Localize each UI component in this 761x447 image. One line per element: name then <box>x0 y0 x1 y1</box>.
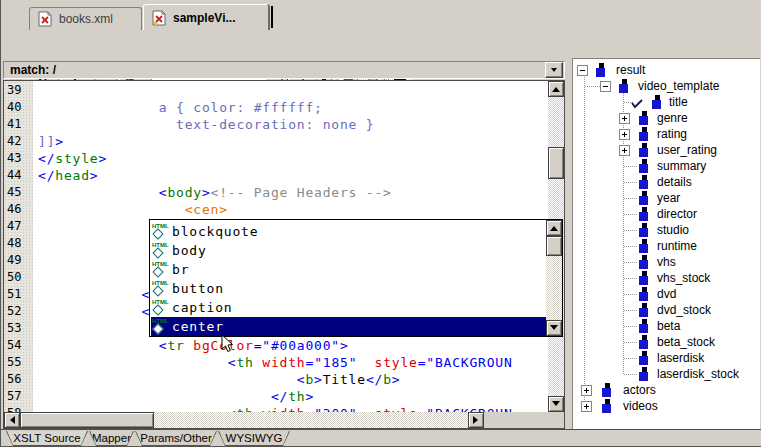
scroll-down-button[interactable] <box>548 396 564 412</box>
popup-item[interactable]: HTML button <box>151 279 546 298</box>
tree-item-label[interactable]: vhs_stock <box>657 271 710 285</box>
tree-item-label[interactable]: dvd_stock <box>657 303 711 317</box>
element-node-icon <box>638 335 650 349</box>
code-line: < <box>38 303 150 320</box>
view-tab[interactable]: Params/Other <box>135 431 217 446</box>
element-node-icon <box>601 399 613 413</box>
tree-item-label[interactable]: video_template <box>638 79 719 93</box>
code-line: ]]> <box>38 133 64 150</box>
tree-item-label[interactable]: rating <box>657 127 687 141</box>
tree-item-label[interactable]: year <box>657 191 680 205</box>
popup-item-label: body <box>172 243 207 258</box>
element-node-icon <box>638 367 650 381</box>
match-pattern-value: match: / <box>4 63 545 77</box>
line-number: 54 <box>7 337 21 354</box>
xml-editor-window: books.xml ✦ sampleVi... f ▾ ✳ T ✗ T <box>0 0 761 447</box>
popup-scroll-down-button[interactable] <box>546 320 562 336</box>
tree-item-label[interactable]: result <box>616 63 645 77</box>
collapse-minus-box[interactable] <box>600 81 611 92</box>
line-number: 47 <box>7 218 21 235</box>
horizontal-scroll-thumb[interactable] <box>20 412 154 428</box>
popup-item[interactable]: HTML caption <box>151 298 546 317</box>
line-number: 58 <box>7 405 21 412</box>
html-element-icon: HTML <box>151 299 172 316</box>
element-node-icon <box>638 239 650 253</box>
expand-plus-box[interactable] <box>581 401 592 412</box>
tree-connector <box>624 230 637 231</box>
tree-item-label[interactable]: runtime <box>657 239 697 253</box>
tree-item-label[interactable]: actors <box>623 383 656 397</box>
vertical-scroll-thumb[interactable] <box>548 147 564 179</box>
tree-connector <box>584 75 585 407</box>
tree-item-label[interactable]: vhs <box>657 255 676 269</box>
expand-plus-box[interactable] <box>581 385 592 396</box>
tree-item-label[interactable]: summary <box>657 159 706 173</box>
tree-item-label[interactable]: title <box>669 95 688 109</box>
element-autocomplete-popup[interactable]: HTML blockquote HTML body HTML br HTML b… <box>149 219 563 337</box>
scroll-right-button[interactable] <box>468 412 484 428</box>
tree-item-label[interactable]: videos <box>623 399 658 413</box>
tree-item-label[interactable]: beta <box>657 319 680 333</box>
view-tab-bar: XSLT SourceMapperParams/OtherWYSIWYG <box>1 430 761 447</box>
code-line: text-decoration: none } <box>38 116 374 133</box>
tree-connector <box>624 326 637 327</box>
tree-connector <box>624 262 637 263</box>
tree-connector <box>585 86 600 87</box>
match-pattern-combobox[interactable]: match: / <box>3 61 565 79</box>
popup-item-label: center <box>172 319 224 334</box>
code-line: </style> <box>38 150 107 167</box>
line-number: 42 <box>7 133 21 150</box>
tree-item-label[interactable]: user_rating <box>657 143 717 157</box>
doc-tab[interactable]: books.xml <box>29 7 142 30</box>
code-line: <body><!-- Page Headers --> <box>38 184 392 201</box>
line-number-gutter: 3940414243444546474849505152535455565758 <box>4 81 33 412</box>
html-element-icon: HTML <box>151 280 172 297</box>
tree-item-label[interactable]: director <box>657 207 697 221</box>
element-node-icon <box>638 159 650 173</box>
view-tab[interactable]: Mapper <box>89 431 134 446</box>
line-number: 46 <box>7 201 21 218</box>
popup-item-label: blockquote <box>172 224 258 239</box>
scroll-left-button[interactable] <box>4 412 20 428</box>
line-number: 50 <box>7 269 21 286</box>
xml-document-icon <box>37 11 53 27</box>
popup-item[interactable]: HTML center <box>151 317 546 336</box>
editor-horizontal-scrollbar[interactable] <box>4 412 484 428</box>
tree-item-label[interactable]: laserdisk <box>657 351 704 365</box>
code-line: < <box>38 286 150 303</box>
code-line: </head> <box>38 167 98 184</box>
expand-plus-box[interactable] <box>619 129 630 140</box>
scroll-up-button[interactable] <box>548 81 564 97</box>
line-number: 52 <box>7 303 21 320</box>
element-node-icon <box>595 63 607 77</box>
schema-mapper-tree[interactable]: resultvideo_templatetitlegenreratinguser… <box>572 58 760 429</box>
tree-connector <box>624 278 637 279</box>
line-number: 49 <box>7 252 21 269</box>
element-node-icon <box>638 143 650 157</box>
view-tab[interactable]: WYSIWYG <box>218 431 290 446</box>
tree-item-label[interactable]: genre <box>657 111 688 125</box>
tree-item-label[interactable]: dvd <box>657 287 676 301</box>
line-number: 40 <box>7 99 21 116</box>
expand-plus-box[interactable] <box>619 113 630 124</box>
tree-connector <box>624 294 637 295</box>
toolbar: f ▾ ✳ T ✗ T Video Scenario 1 ... <box>1 30 761 60</box>
popup-scrollbar[interactable] <box>546 220 562 336</box>
tree-item-label[interactable]: laserdisk_stock <box>657 367 739 381</box>
match-dropdown-button[interactable] <box>545 62 563 78</box>
popup-scroll-thumb[interactable] <box>546 236 562 256</box>
view-tab[interactable]: XSLT Source <box>6 431 88 446</box>
popup-item[interactable]: HTML br <box>151 260 546 279</box>
html-element-icon: HTML <box>151 261 172 278</box>
popup-scroll-up-button[interactable] <box>546 220 562 236</box>
element-node-icon <box>651 95 663 109</box>
collapse-minus-box[interactable] <box>577 65 588 76</box>
tree-item-label[interactable]: beta_stock <box>657 335 715 349</box>
popup-item[interactable]: HTML blockquote <box>151 222 546 241</box>
expand-plus-box[interactable] <box>619 145 630 156</box>
doc-tab[interactable]: ✦ sampleVi... <box>143 4 269 30</box>
popup-item[interactable]: HTML body <box>151 241 546 260</box>
tree-item-label[interactable]: studio <box>657 223 689 237</box>
tree-item-label[interactable]: details <box>657 175 692 189</box>
splitter[interactable] <box>565 58 572 429</box>
